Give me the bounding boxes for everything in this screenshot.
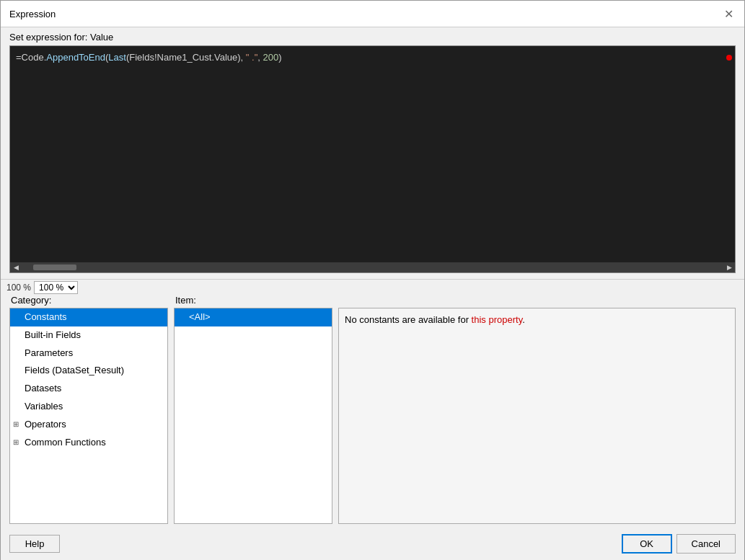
category-item-parameters[interactable]: Parameters bbox=[10, 345, 167, 363]
bottom-panels: Category: Constants Built-in Fields Para… bbox=[9, 295, 736, 524]
category-item-constants-label: Constants bbox=[25, 311, 67, 322]
close-button[interactable]: ✕ bbox=[721, 6, 736, 21]
cancel-button[interactable]: Cancel bbox=[676, 534, 736, 554]
item-all-label: <All> bbox=[189, 311, 211, 322]
category-item-fields[interactable]: Fields (DataSet_Result) bbox=[10, 362, 167, 380]
category-panel: Category: Constants Built-in Fields Para… bbox=[9, 295, 168, 524]
ok-button[interactable]: OK bbox=[622, 534, 672, 554]
category-item-variables[interactable]: Variables bbox=[10, 398, 167, 416]
expression-dialog: Expression ✕ Set expression for: Value =… bbox=[0, 0, 745, 560]
item-label: Item: bbox=[174, 295, 332, 306]
category-item-common-functions[interactable]: ⊞ Common Functions bbox=[10, 434, 167, 452]
category-item-parameters-label: Parameters bbox=[25, 347, 73, 358]
category-list[interactable]: Constants Built-in Fields Parameters Fie… bbox=[9, 308, 168, 524]
item-panel: Item: <All> bbox=[174, 295, 332, 524]
category-item-constants[interactable]: Constants bbox=[10, 308, 167, 326]
title-bar: Expression ✕ bbox=[1, 1, 744, 27]
category-item-operators-label: Operators bbox=[25, 419, 66, 430]
item-list[interactable]: <All> bbox=[174, 308, 332, 524]
scrollbar-track bbox=[33, 265, 712, 270]
description-text-after: . bbox=[522, 314, 525, 325]
scroll-right-arrow[interactable]: ▶ bbox=[723, 262, 735, 272]
common-functions-expand-icon: ⊞ bbox=[13, 437, 19, 448]
description-highlight: this property bbox=[472, 314, 523, 325]
category-item-operators[interactable]: ⊞ Operators bbox=[10, 416, 167, 434]
category-item-datasets-label: Datasets bbox=[25, 383, 61, 394]
description-box: No constants are available for this prop… bbox=[338, 308, 736, 524]
operators-expand-icon: ⊞ bbox=[13, 419, 19, 430]
code-line: =Code.AppendToEnd(Last(Fields!Name1_Cust… bbox=[10, 46, 735, 69]
zoom-dropdown[interactable]: 100 % 75 % 125 % 150 % bbox=[34, 281, 78, 294]
scrollbar-thumb[interactable] bbox=[33, 265, 76, 270]
help-button[interactable]: Help bbox=[9, 535, 60, 553]
scroll-left-arrow[interactable]: ◀ bbox=[10, 262, 22, 272]
category-item-datasets[interactable]: Datasets bbox=[10, 380, 167, 398]
category-item-common-functions-label: Common Functions bbox=[25, 437, 106, 448]
set-expression-label: Set expression for: Value bbox=[1, 27, 744, 45]
ok-cancel-group: OK Cancel bbox=[622, 534, 736, 554]
dialog-title: Expression bbox=[9, 9, 56, 19]
category-item-builtin-fields[interactable]: Built-in Fields bbox=[10, 326, 167, 345]
description-text-before: No constants are available for bbox=[345, 314, 472, 325]
zoom-bar: 100 % 100 % 75 % 125 % 150 % bbox=[1, 279, 744, 295]
editor-container: =Code.AppendToEnd(Last(Fields!Name1_Cust… bbox=[9, 45, 736, 273]
category-label: Category: bbox=[9, 295, 168, 306]
error-indicator bbox=[726, 55, 732, 61]
code-editor[interactable]: =Code.AppendToEnd(Last(Fields!Name1_Cust… bbox=[10, 46, 735, 262]
zoom-value: 100 % bbox=[6, 283, 31, 293]
description-panel: No constants are available for this prop… bbox=[338, 295, 736, 524]
bottom-buttons: Help OK Cancel bbox=[1, 527, 744, 560]
category-item-fields-label: Fields (DataSet_Result) bbox=[25, 365, 124, 375]
item-all[interactable]: <All> bbox=[175, 308, 332, 326]
description-spacer bbox=[338, 295, 736, 306]
category-item-builtin-fields-label: Built-in Fields bbox=[25, 329, 81, 340]
category-item-variables-label: Variables bbox=[25, 401, 63, 412]
horizontal-scrollbar[interactable]: ◀ ▶ bbox=[10, 262, 735, 272]
